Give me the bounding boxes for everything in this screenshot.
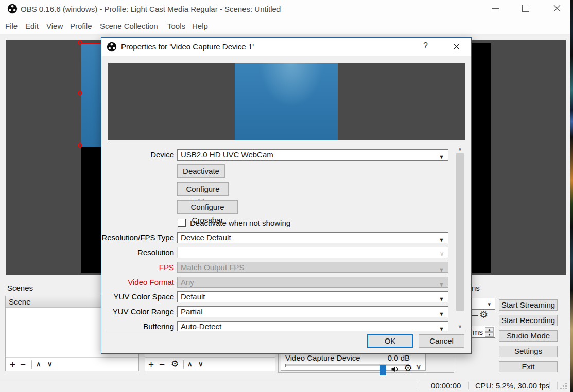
chevron-down-icon: ▼ [439, 324, 444, 331]
window-titlebar: OBS 0.16.6 (windows) - Profile: Light Ca… [0, 0, 573, 17]
source-properties-gear-icon[interactable]: ⚙ [171, 359, 179, 369]
menu-profile[interactable]: Profile [70, 22, 92, 30]
menu-view[interactable]: View [46, 22, 63, 30]
maximize-button[interactable] [522, 5, 529, 12]
chevron-down-icon: ▼ [439, 294, 444, 304]
resolution-fps-type-value: Device Default [181, 233, 231, 242]
video-format-combobox: Any▼ [177, 277, 448, 288]
buffering-combobox[interactable]: Auto-Detect▼ [177, 321, 448, 331]
menu-help[interactable]: Help [192, 22, 208, 30]
video-format-label: Video Format [101, 277, 174, 288]
transition-gear-icon[interactable]: ⚙ [479, 309, 488, 320]
remove-scene-button[interactable]: − [20, 360, 26, 370]
scrollbar-thumb[interactable] [456, 153, 464, 311]
dialog-camera-preview [108, 63, 465, 140]
volume-slider-handle[interactable] [380, 365, 386, 375]
move-scene-down-button[interactable]: ∨ [47, 360, 53, 368]
mixer-source-name: Video Capture Device [285, 353, 360, 362]
deactivate-when-not-showing-label: Deactivate when not showing [190, 219, 290, 227]
cancel-button[interactable]: Cancel [419, 334, 464, 348]
dialog-title: Properties for 'Video Capture Device 1' [121, 42, 254, 51]
stream-timer: 00:00:00 [431, 381, 461, 390]
mixer-scroll-chevron-down-icon[interactable]: ∨ [416, 363, 421, 371]
dialog-form: Device USB2.0 HD UVC WebCam▼ Deactivate … [101, 145, 456, 331]
chevron-down-icon: ▼ [439, 309, 444, 319]
sources-toolbar-separator [183, 360, 184, 369]
spin-up-button[interactable]: ▴ [485, 327, 494, 332]
menu-tools[interactable]: Tools [167, 22, 185, 30]
settings-button[interactable]: Settings [499, 346, 558, 357]
scrollbar-down-icon[interactable]: ∨ [456, 322, 464, 331]
video-format-value: Any [181, 278, 194, 287]
chevron-down-icon: ▼ [439, 235, 444, 245]
status-bar: 00:00:00 CPU: 5.2%, 30.00 fps [0, 379, 573, 392]
device-combobox[interactable]: USB2.0 HD UVC WebCam▼ [177, 149, 448, 161]
close-button[interactable] [553, 4, 561, 14]
status-separator [549, 382, 550, 389]
selection-handle-top-left[interactable] [78, 40, 82, 45]
resize-grip[interactable] [565, 383, 567, 384]
menu-scene-collection[interactable]: Scene Collection [100, 22, 158, 30]
add-source-button[interactable]: + [148, 360, 154, 370]
device-label: Device [101, 149, 174, 161]
mixer-gear-icon[interactable]: ⚙ [404, 362, 412, 374]
webcam-feed [235, 63, 338, 140]
scenes-panel-title: Scenes [7, 283, 33, 292]
chevron-down-icon: ▼ [439, 279, 444, 290]
move-scene-up-button[interactable]: ∧ [36, 360, 41, 368]
configure-video-button[interactable]: Configure Video [177, 182, 229, 196]
scenes-toolbar-divider [6, 357, 138, 358]
desktop-edge [570, 0, 573, 392]
fps-label: FPS [101, 262, 174, 273]
dialog-help-button[interactable]: ? [423, 41, 428, 50]
fps-value: Match Output FPS [181, 263, 244, 272]
fps-combobox: Match Output FPS▼ [177, 262, 448, 273]
resolution-label: Resolution [101, 247, 174, 258]
dialog-close-button[interactable] [453, 43, 460, 52]
resolution-fps-type-combobox[interactable]: Device Default▼ [177, 232, 448, 243]
menu-bar: File Edit View Profile Scene Collection … [0, 17, 573, 34]
dialog-separator [106, 331, 466, 331]
speaker-icon[interactable] [390, 364, 401, 377]
yuv-color-range-combobox[interactable]: Partial▼ [177, 306, 448, 317]
move-source-down-button[interactable]: ∨ [198, 360, 203, 368]
mixer-source-row: Video Capture Device 0.0 dB [285, 353, 410, 362]
duration-units-fragment: ms [473, 328, 483, 336]
obs-logo-icon [7, 4, 18, 16]
chevron-down-icon: ▼ [439, 152, 444, 162]
start-recording-button[interactable]: Start Recording [499, 315, 558, 326]
studio-mode-button[interactable]: Studio Mode [499, 330, 558, 342]
yuv-color-range-value: Partial [181, 307, 203, 316]
spin-down-button[interactable]: ▾ [485, 332, 494, 337]
volume-slider-track[interactable] [285, 370, 387, 371]
selection-handle-bottom-left[interactable] [78, 143, 82, 148]
move-source-up-button[interactable]: ∧ [187, 360, 193, 368]
start-streaming-button[interactable]: Start Streaming [499, 299, 558, 311]
remove-transition-button[interactable] [472, 315, 478, 316]
mixer-volume-db: 0.0 dB [388, 353, 410, 362]
cpu-fps-status: CPU: 5.2%, 30.00 fps [475, 381, 549, 390]
configure-crossbar-button[interactable]: Configure Crossbar [177, 200, 238, 214]
dialog-titlebar[interactable]: Properties for 'Video Capture Device 1' … [101, 38, 471, 56]
scrollbar-up-icon[interactable]: ∧ [456, 145, 464, 153]
chevron-down-icon: ▼ [439, 264, 444, 275]
properties-dialog: Properties for 'Video Capture Device 1' … [101, 37, 472, 354]
window-title: OBS 0.16.6 (windows) - Profile: Light Ca… [21, 5, 281, 13]
yuv-color-range-label: YUV Color Range [101, 306, 174, 317]
menu-file[interactable]: File [5, 22, 18, 30]
minimize-button[interactable] [492, 8, 499, 9]
deactivate-button[interactable]: Deactivate [177, 164, 225, 178]
resolution-combobox: ∨ [177, 247, 448, 258]
deactivate-when-not-showing-checkbox[interactable] [178, 219, 186, 227]
exit-button[interactable]: Exit [499, 361, 558, 372]
status-separator [416, 382, 416, 389]
yuv-color-space-label: YUV Color Space [101, 291, 174, 302]
menu-edit[interactable]: Edit [25, 22, 39, 30]
selection-handle-mid-left[interactable] [78, 91, 82, 95]
buffering-value: Auto-Detect [181, 322, 221, 331]
ok-button[interactable]: OK [367, 334, 413, 348]
add-scene-button[interactable]: + [10, 360, 15, 370]
yuv-color-space-combobox[interactable]: Default▼ [177, 291, 448, 302]
dialog-scrollbar[interactable]: ∧ ∨ [456, 145, 464, 331]
remove-source-button[interactable]: − [159, 360, 165, 370]
